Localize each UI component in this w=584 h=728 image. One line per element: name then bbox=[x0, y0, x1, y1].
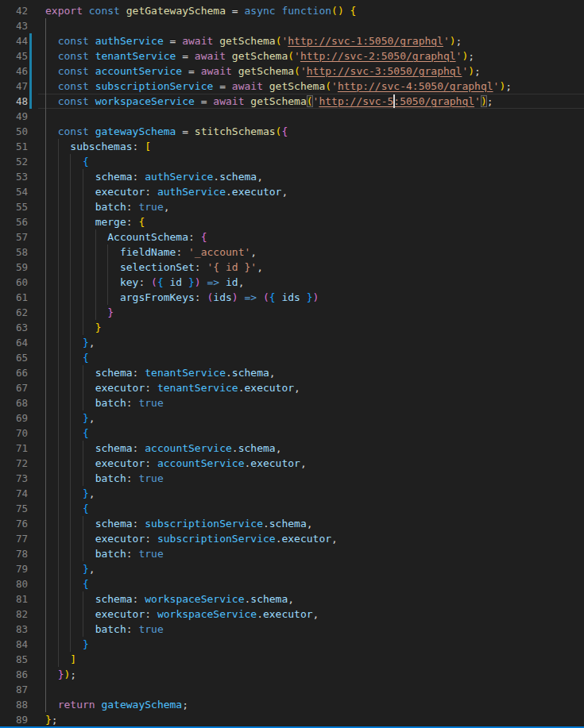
code-line[interactable]: 75 { bbox=[0, 501, 584, 516]
code-line[interactable]: 77 executor: subscriptionService.executo… bbox=[0, 531, 584, 546]
line-number[interactable]: 65 bbox=[0, 350, 28, 365]
line-number[interactable]: 73 bbox=[0, 471, 28, 486]
line-number[interactable]: 85 bbox=[0, 652, 28, 667]
line-number[interactable]: 77 bbox=[0, 531, 28, 546]
line-number[interactable]: 89 bbox=[0, 712, 28, 727]
line-number[interactable]: 83 bbox=[0, 622, 28, 637]
code-line[interactable]: 48 const workspaceService = await getSch… bbox=[0, 94, 584, 109]
code-line[interactable]: 52 { bbox=[0, 154, 584, 169]
line-number[interactable]: 87 bbox=[0, 682, 28, 697]
code-text: schema: authService.schema, bbox=[45, 169, 263, 184]
code-line[interactable]: 65 { bbox=[0, 350, 584, 365]
code-line[interactable]: 46 const accountService = await getSchem… bbox=[0, 64, 584, 79]
code-line[interactable]: 71 schema: accountService.schema, bbox=[0, 441, 584, 456]
line-number[interactable]: 74 bbox=[0, 486, 28, 501]
code-line[interactable]: 49 bbox=[0, 109, 584, 124]
code-line[interactable]: 84 } bbox=[0, 637, 584, 652]
code-line[interactable]: 89}; bbox=[0, 712, 584, 727]
line-number[interactable]: 78 bbox=[0, 546, 28, 561]
line-number[interactable]: 86 bbox=[0, 667, 28, 682]
code-line[interactable]: 51 subschemas: [ bbox=[0, 139, 584, 154]
code-line[interactable]: 55 batch: true, bbox=[0, 199, 584, 214]
code-line[interactable]: 62 } bbox=[0, 305, 584, 320]
line-number[interactable]: 84 bbox=[0, 637, 28, 652]
code-text: batch: true bbox=[45, 395, 164, 410]
code-line[interactable]: 54 executor: authService.executor, bbox=[0, 184, 584, 199]
line-number[interactable]: 54 bbox=[0, 184, 28, 199]
line-number[interactable]: 80 bbox=[0, 576, 28, 591]
line-number[interactable]: 72 bbox=[0, 456, 28, 471]
code-line[interactable]: 63 } bbox=[0, 320, 584, 335]
code-line[interactable]: 82 executor: workspaceService.executor, bbox=[0, 607, 584, 622]
code-line[interactable]: 60 key: ({ id }) => id, bbox=[0, 275, 584, 290]
code-line[interactable]: 47 const subscriptionService = await get… bbox=[0, 79, 584, 94]
code-line[interactable]: 72 executor: accountService.executor, bbox=[0, 456, 584, 471]
line-number[interactable]: 70 bbox=[0, 426, 28, 441]
line-number[interactable]: 49 bbox=[0, 109, 28, 124]
line-number[interactable]: 61 bbox=[0, 290, 28, 305]
line-number[interactable]: 47 bbox=[0, 79, 28, 94]
line-number[interactable]: 62 bbox=[0, 305, 28, 320]
line-number[interactable]: 67 bbox=[0, 380, 28, 395]
line-number[interactable]: 46 bbox=[0, 64, 28, 79]
line-number[interactable]: 75 bbox=[0, 501, 28, 516]
line-number[interactable]: 58 bbox=[0, 245, 28, 260]
line-number[interactable]: 56 bbox=[0, 214, 28, 229]
line-number[interactable]: 76 bbox=[0, 516, 28, 531]
code-line[interactable]: 57 AccountSchema: { bbox=[0, 229, 584, 245]
code-line[interactable]: 81 schema: workspaceService.schema, bbox=[0, 591, 584, 607]
code-line[interactable]: 88 return gatewaySchema; bbox=[0, 697, 584, 712]
code-line[interactable]: 83 batch: true bbox=[0, 622, 584, 637]
code-line[interactable]: 80 { bbox=[0, 576, 584, 591]
line-number[interactable]: 52 bbox=[0, 154, 28, 169]
line-number[interactable]: 82 bbox=[0, 607, 28, 622]
line-number[interactable]: 64 bbox=[0, 335, 28, 350]
line-number[interactable]: 66 bbox=[0, 365, 28, 380]
line-number[interactable]: 60 bbox=[0, 275, 28, 290]
line-number[interactable]: 44 bbox=[0, 33, 28, 48]
code-text: { bbox=[45, 350, 89, 365]
line-number[interactable]: 69 bbox=[0, 410, 28, 426]
line-number[interactable]: 88 bbox=[0, 697, 28, 712]
line-number[interactable]: 55 bbox=[0, 199, 28, 214]
code-line[interactable]: 87 bbox=[0, 682, 584, 697]
line-number[interactable]: 59 bbox=[0, 260, 28, 275]
line-number[interactable]: 81 bbox=[0, 591, 28, 607]
code-line[interactable]: 69 }, bbox=[0, 410, 584, 426]
code-line[interactable]: 76 schema: subscriptionService.schema, bbox=[0, 516, 584, 531]
code-line[interactable]: 42export const getGatewaySchema = async … bbox=[0, 3, 584, 18]
line-number[interactable]: 53 bbox=[0, 169, 28, 184]
line-number[interactable]: 79 bbox=[0, 561, 28, 576]
code-editor[interactable]: 42export const getGatewaySchema = async … bbox=[0, 3, 584, 727]
code-line[interactable]: 44 const authService = await getSchema('… bbox=[0, 33, 584, 48]
code-line[interactable]: 74 }, bbox=[0, 486, 584, 501]
code-line[interactable]: 86 }); bbox=[0, 667, 584, 682]
code-line[interactable]: 85 ] bbox=[0, 652, 584, 667]
line-number[interactable]: 63 bbox=[0, 320, 28, 335]
code-line[interactable]: 58 fieldName: '_account', bbox=[0, 245, 584, 260]
code-line[interactable]: 64 }, bbox=[0, 335, 584, 350]
line-number[interactable]: 42 bbox=[0, 3, 28, 18]
line-number[interactable]: 57 bbox=[0, 229, 28, 245]
code-line[interactable]: 78 batch: true bbox=[0, 546, 584, 561]
line-number[interactable]: 51 bbox=[0, 139, 28, 154]
code-line[interactable]: 67 executor: tenantService.executor, bbox=[0, 380, 584, 395]
line-number[interactable]: 43 bbox=[0, 18, 28, 33]
code-line[interactable]: 56 merge: { bbox=[0, 214, 584, 229]
code-line[interactable]: 59 selectionSet: '{ id }', bbox=[0, 260, 584, 275]
code-line[interactable]: 45 const tenantService = await getSchema… bbox=[0, 48, 584, 64]
line-number[interactable]: 68 bbox=[0, 395, 28, 410]
code-line[interactable]: 50 const gatewaySchema = stitchSchemas({ bbox=[0, 124, 584, 139]
line-number[interactable]: 71 bbox=[0, 441, 28, 456]
line-number[interactable]: 48 bbox=[0, 94, 28, 109]
code-line[interactable]: 53 schema: authService.schema, bbox=[0, 169, 584, 184]
code-line[interactable]: 73 batch: true bbox=[0, 471, 584, 486]
code-line[interactable]: 70 { bbox=[0, 426, 584, 441]
line-number[interactable]: 50 bbox=[0, 124, 28, 139]
code-line[interactable]: 61 argsFromKeys: (ids) => ({ ids }) bbox=[0, 290, 584, 305]
line-number[interactable]: 45 bbox=[0, 48, 28, 64]
code-line[interactable]: 43 bbox=[0, 18, 584, 33]
code-line[interactable]: 66 schema: tenantService.schema, bbox=[0, 365, 584, 380]
code-line[interactable]: 68 batch: true bbox=[0, 395, 584, 410]
code-line[interactable]: 79 }, bbox=[0, 561, 584, 576]
